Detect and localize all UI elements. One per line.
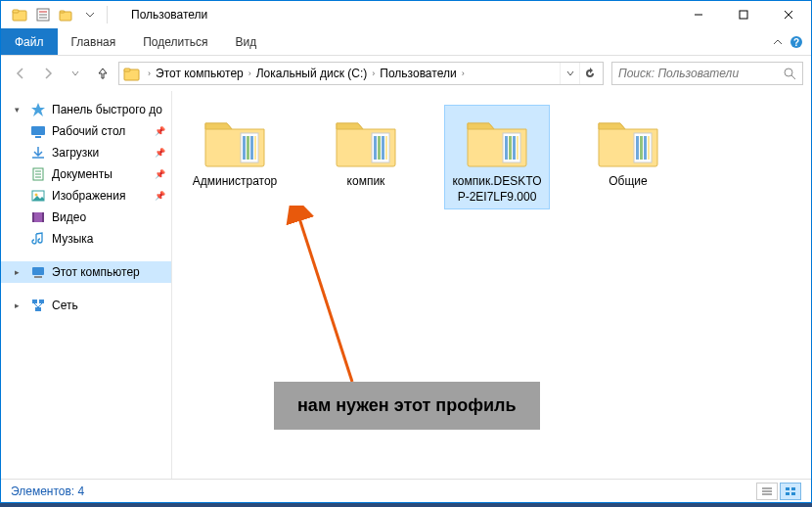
status-item-count: Элементов: 4 xyxy=(11,484,84,498)
sidebar-item-label: Изображения xyxy=(52,189,125,203)
breadcrumb[interactable]: Пользователи xyxy=(378,67,458,80)
address-bar[interactable]: › Этот компьютер › Локальный диск (C:) ›… xyxy=(118,62,604,85)
svg-text:?: ? xyxy=(793,37,799,48)
svg-rect-40 xyxy=(254,136,256,160)
downloads-icon xyxy=(30,145,46,161)
folder-item[interactable]: компик.DESKTOP-2EI7LF9.000 xyxy=(444,105,550,209)
svg-line-34 xyxy=(34,303,38,307)
search-box[interactable] xyxy=(611,62,803,85)
chevron-right-icon[interactable]: ▸ xyxy=(15,267,24,277)
forward-button[interactable] xyxy=(36,62,60,85)
view-icons-button[interactable] xyxy=(780,483,801,500)
folder-icon xyxy=(593,110,663,170)
star-icon xyxy=(30,102,46,117)
folder-item[interactable]: Администратор xyxy=(182,105,288,209)
sidebar-item-label: Сеть xyxy=(52,299,78,312)
sidebar-item-label: Этот компьютер xyxy=(52,265,140,279)
svg-rect-9 xyxy=(740,11,747,19)
close-button[interactable] xyxy=(766,1,811,28)
svg-rect-38 xyxy=(247,136,249,160)
window-title: Пользователи xyxy=(131,8,207,22)
pin-icon: 📌 xyxy=(155,148,165,158)
tab-share[interactable]: Поделиться xyxy=(129,28,221,55)
svg-line-17 xyxy=(791,75,795,79)
maximize-button[interactable] xyxy=(721,1,766,28)
refresh-icon[interactable] xyxy=(579,63,599,84)
ribbon-expand-icon[interactable] xyxy=(772,36,784,48)
sidebar-item-thispc[interactable]: ▸ Этот компьютер xyxy=(1,261,171,283)
help-icon[interactable]: ? xyxy=(789,35,803,49)
new-folder-icon[interactable] xyxy=(56,4,77,25)
svg-rect-55 xyxy=(648,136,650,160)
address-dropdown-icon[interactable] xyxy=(560,63,579,84)
svg-rect-7 xyxy=(60,11,65,13)
sidebar-item-documents[interactable]: Документы 📌 xyxy=(1,163,171,185)
folder-label: компик.DESKTOP-2EI7LF9.000 xyxy=(449,174,545,205)
sidebar-quick-access[interactable]: ▾ Панель быстрого до xyxy=(1,99,171,120)
chevron-right-icon[interactable]: › xyxy=(246,69,254,78)
tab-view[interactable]: Вид xyxy=(221,28,270,55)
sidebar-item-label: Загрузки xyxy=(52,146,99,160)
svg-rect-1 xyxy=(13,10,19,13)
svg-rect-32 xyxy=(39,300,44,303)
svg-rect-52 xyxy=(636,136,639,160)
folder-item[interactable]: Общие xyxy=(575,105,681,209)
svg-rect-39 xyxy=(250,136,253,160)
folder-label: Общие xyxy=(609,174,647,190)
up-button[interactable] xyxy=(91,62,114,85)
breadcrumb[interactable]: Этот компьютер xyxy=(154,67,246,80)
svg-point-16 xyxy=(785,69,792,76)
recent-dropdown-icon[interactable] xyxy=(64,62,87,85)
status-bar: Элементов: 4 xyxy=(1,479,811,502)
svg-rect-50 xyxy=(517,136,519,160)
navigation-bar: › Этот компьютер › Локальный диск (C:) ›… xyxy=(1,56,811,91)
folder-icon xyxy=(331,110,401,170)
svg-rect-49 xyxy=(513,136,516,160)
computer-icon xyxy=(30,264,46,280)
sidebar-item-downloads[interactable]: Загрузки 📌 xyxy=(1,142,171,163)
svg-line-35 xyxy=(38,303,42,307)
chevron-right-icon[interactable]: ▸ xyxy=(15,300,24,310)
svg-rect-27 xyxy=(32,212,34,222)
svg-rect-61 xyxy=(786,492,789,495)
sidebar-item-network[interactable]: ▸ Сеть xyxy=(1,295,171,316)
network-icon xyxy=(30,298,46,313)
svg-rect-31 xyxy=(32,300,37,303)
chevron-right-icon[interactable]: › xyxy=(459,69,468,78)
minimize-button[interactable] xyxy=(676,1,721,28)
svg-rect-28 xyxy=(42,212,44,222)
svg-rect-60 xyxy=(791,487,795,490)
chevron-down-icon[interactable]: ▾ xyxy=(15,105,24,115)
tab-home[interactable]: Главная xyxy=(58,28,130,55)
sidebar-item-music[interactable]: Музыка xyxy=(1,228,171,250)
svg-rect-42 xyxy=(374,136,377,160)
qat-dropdown-icon[interactable] xyxy=(79,4,101,25)
search-icon[interactable] xyxy=(783,67,796,80)
back-button[interactable] xyxy=(9,62,32,85)
svg-rect-30 xyxy=(34,276,42,278)
svg-rect-44 xyxy=(382,136,384,160)
sidebar-item-label: Видео xyxy=(52,210,86,224)
view-details-button[interactable] xyxy=(756,483,778,500)
svg-rect-62 xyxy=(791,492,795,495)
ribbon-tabs: Файл Главная Поделиться Вид ? xyxy=(1,28,811,56)
chevron-right-icon[interactable]: › xyxy=(145,69,154,78)
window-controls xyxy=(676,1,811,28)
folder-item[interactable]: компик xyxy=(313,105,419,209)
sidebar-item-desktop[interactable]: Рабочий стол 📌 xyxy=(1,120,171,142)
tab-file[interactable]: Файл xyxy=(1,28,58,55)
folder-label: компик xyxy=(347,174,385,190)
svg-rect-54 xyxy=(644,136,647,160)
sidebar-item-pictures[interactable]: Изображения 📌 xyxy=(1,185,171,207)
properties-icon[interactable] xyxy=(32,4,54,25)
folder-icon xyxy=(462,110,532,170)
music-icon xyxy=(30,231,46,247)
breadcrumb[interactable]: Локальный диск (C:) xyxy=(254,67,370,80)
search-input[interactable] xyxy=(618,67,783,80)
folder-label: Администратор xyxy=(193,174,278,190)
svg-rect-18 xyxy=(31,126,45,135)
svg-rect-43 xyxy=(378,136,381,160)
sidebar-item-videos[interactable]: Видео xyxy=(1,207,171,228)
chevron-right-icon[interactable]: › xyxy=(369,69,378,78)
pictures-icon xyxy=(30,188,46,204)
